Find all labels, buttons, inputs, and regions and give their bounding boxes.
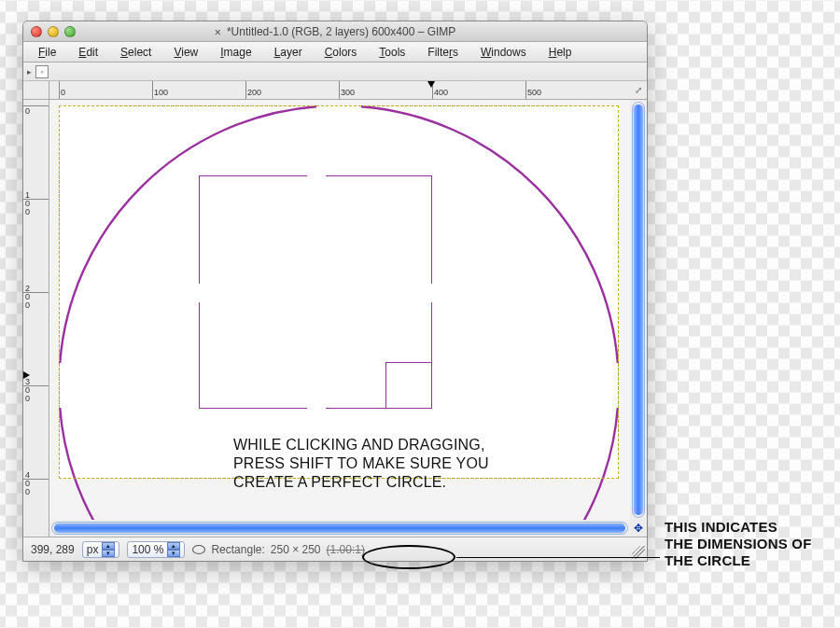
ruler-v-label: 300 xyxy=(25,378,33,403)
ruler-h-label: 200 xyxy=(247,88,261,97)
status-dimensions: 250 × 250 xyxy=(271,543,321,556)
status-shape-label: Rectangle: xyxy=(211,543,264,556)
menu-filters[interactable]: Filters xyxy=(418,44,468,61)
navigate-icon[interactable]: ✥ xyxy=(630,520,647,537)
minimize-icon[interactable] xyxy=(48,26,59,37)
canvas[interactable] xyxy=(59,105,619,479)
ruler-v-label: 200 xyxy=(25,285,33,310)
ruler-h-label: 0 xyxy=(61,88,65,97)
stepper-icon[interactable]: ▴▾ xyxy=(167,542,180,557)
ruler-h-label: 300 xyxy=(341,88,355,97)
annotation-line: WHILE CLICKING AND DRAGGING, xyxy=(233,436,495,454)
ruler-options-row: ▸ ◦ xyxy=(23,63,647,81)
window-controls xyxy=(31,26,76,37)
ruler-v-label: 0 xyxy=(25,107,33,116)
annotation-line: THIS INDICATES xyxy=(665,519,828,536)
status-selection-info: Rectangle: 250 × 250 (1.00:1) xyxy=(192,543,364,556)
close-icon[interactable] xyxy=(31,26,42,37)
ruler-h-label: 500 xyxy=(527,88,541,97)
menu-layer[interactable]: Layer xyxy=(265,44,312,61)
menu-edit[interactable]: Edit xyxy=(69,44,107,61)
ruler-h-label: 100 xyxy=(154,88,168,97)
ellipse-select-outline xyxy=(59,105,292,339)
menu-tools[interactable]: Tools xyxy=(370,44,414,61)
menu-file[interactable]: File xyxy=(29,44,65,61)
window-title: ✕ *Untitled-1.0 (RGB, 2 layers) 600x400 … xyxy=(23,25,647,38)
zoom-fit-button[interactable]: ⤢ xyxy=(630,81,647,100)
gimp-wilber-icon: ✕ xyxy=(215,25,221,38)
status-zoom-value: 100 % xyxy=(132,543,163,556)
menu-view[interactable]: View xyxy=(164,44,207,61)
menu-help[interactable]: Help xyxy=(539,44,581,61)
annotation-dimensions-callout: THIS INDICATES THE DIMENSIONS OF THE CIR… xyxy=(665,519,828,569)
annotation-line: CREATE A PERFECT CIRCLE. xyxy=(233,473,495,492)
scrollbar-h-thumb[interactable] xyxy=(54,523,625,533)
scrollbar-horizontal[interactable] xyxy=(49,520,630,537)
ruler-h-cursor-marker xyxy=(427,81,435,88)
quickmask-corner[interactable] xyxy=(23,520,49,537)
zoom-icon[interactable] xyxy=(64,26,76,37)
titlebar: ✕ *Untitled-1.0 (RGB, 2 layers) 600x400 … xyxy=(23,21,647,42)
annotation-line: THE CIRCLE xyxy=(665,552,828,569)
ruler-horizontal[interactable]: 0 100 200 300 400 500 xyxy=(49,81,630,100)
stepper-icon[interactable]: ▴▾ xyxy=(102,542,115,557)
scrollbar-vertical[interactable] xyxy=(630,100,647,520)
window-resize-grip[interactable] xyxy=(632,546,645,559)
statusbar: 399, 289 px ▴▾ 100 % ▴▾ Rectangle: 250 ×… xyxy=(23,537,647,561)
menu-windows[interactable]: Windows xyxy=(471,44,536,61)
annotation-instruction: WHILE CLICKING AND DRAGGING, PRESS SHIFT… xyxy=(233,436,495,492)
status-unit-select[interactable]: px ▴▾ xyxy=(82,541,120,558)
quick-mask-toggle[interactable]: ◦ xyxy=(35,65,49,78)
menu-colors[interactable]: Colors xyxy=(315,44,367,61)
image-menu-button[interactable]: ▸ xyxy=(27,67,32,77)
window-title-text: *Untitled-1.0 (RGB, 2 layers) 600x400 – … xyxy=(227,25,455,38)
ruler-v-label: 400 xyxy=(25,471,33,496)
ruler-vertical[interactable]: 0 100 200 300 400 xyxy=(23,100,49,520)
status-zoom-select[interactable]: 100 % ▴▾ xyxy=(127,541,185,558)
status-unit-value: px xyxy=(87,543,99,556)
ruler-h-label: 400 xyxy=(434,88,448,97)
menu-image[interactable]: Image xyxy=(211,44,260,61)
menu-select[interactable]: Select xyxy=(111,44,161,61)
scrollbar-v-thumb[interactable] xyxy=(634,105,643,515)
annotation-line: PRESS SHIFT TO MAKE SURE YOU xyxy=(233,454,495,473)
menubar: File Edit Select View Image Layer Colors… xyxy=(23,42,647,63)
annotation-line: THE DIMENSIONS OF xyxy=(665,536,828,552)
ruler-v-label: 100 xyxy=(25,191,33,216)
status-cursor-coords: 399, 289 xyxy=(31,543,75,556)
ruler-origin[interactable] xyxy=(23,81,49,100)
ellipse-icon xyxy=(192,545,205,554)
status-aspect-ratio: (1.00:1) xyxy=(327,543,365,556)
ruler-v-cursor-marker xyxy=(23,371,30,379)
